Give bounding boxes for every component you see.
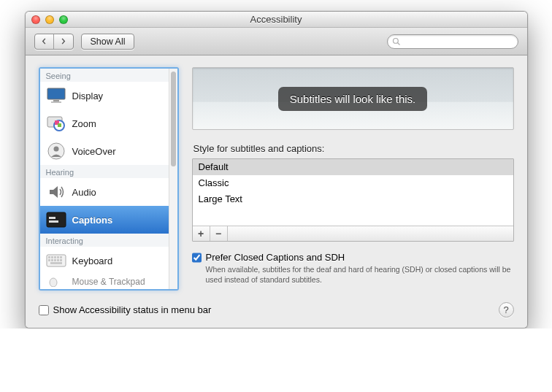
svg-rect-8 — [58, 123, 61, 127]
sidebar-item-label: Keyboard — [72, 255, 113, 266]
svg-rect-12 — [49, 220, 58, 223]
svg-rect-3 — [53, 100, 59, 101]
scrollbar-thumb[interactable] — [171, 72, 176, 166]
prefer-cc-description: When available, subtitles for the deaf a… — [206, 264, 514, 285]
sidebar-item-mouse-trackpad[interactable]: Mouse & Trackpad — [40, 274, 169, 289]
help-button[interactable]: ? — [499, 302, 514, 318]
svg-rect-25 — [50, 262, 62, 264]
svg-rect-4 — [51, 101, 61, 103]
svg-point-10 — [53, 147, 58, 152]
prefer-cc-row: Prefer Closed Captions and SDH When avai… — [192, 252, 514, 285]
svg-point-26 — [50, 278, 57, 287]
search-icon — [392, 37, 401, 46]
sidebar-group-seeing: Seeing — [40, 69, 169, 82]
sidebar-item-label: Display — [72, 91, 104, 101]
display-icon — [46, 85, 66, 106]
style-box: Default Classic Large Text + − — [192, 158, 514, 242]
accessibility-window: Accessibility Show All Seeing — [25, 11, 528, 328]
sidebar-group-interacting: Interacting — [40, 234, 169, 247]
audio-icon — [46, 182, 66, 202]
remove-style-button[interactable]: − — [210, 226, 228, 241]
sidebar-item-zoom[interactable]: Zoom — [40, 109, 169, 137]
nav-segment — [34, 34, 74, 50]
sidebar-item-keyboard[interactable]: Keyboard — [40, 247, 169, 274]
style-section-label: Style for subtitles and captions: — [193, 143, 513, 154]
captions-icon — [46, 210, 66, 230]
svg-rect-23 — [57, 259, 59, 261]
svg-rect-18 — [57, 256, 59, 258]
svg-rect-20 — [48, 259, 50, 261]
titlebar: Accessibility — [26, 12, 527, 28]
status-menubar-checkbox[interactable] — [39, 305, 49, 315]
sidebar-group-hearing: Hearing — [40, 165, 169, 178]
footer: Show Accessibility status in menu bar ? — [26, 298, 527, 328]
window-controls — [31, 15, 68, 24]
main-panel: Subtitles will look like this. Style for… — [192, 67, 514, 291]
sidebar-item-label: Audio — [72, 187, 96, 198]
keyboard-icon — [46, 250, 66, 271]
status-menubar-label: Show Accessibility status in menu bar — [53, 304, 212, 315]
chevron-left-icon — [41, 38, 47, 45]
sidebar-item-captions[interactable]: Captions — [40, 206, 169, 234]
svg-rect-22 — [54, 259, 56, 261]
sidebar-item-label: Zoom — [72, 118, 96, 129]
svg-rect-15 — [48, 256, 50, 258]
search-input[interactable] — [404, 36, 513, 47]
style-option-classic[interactable]: Classic — [193, 175, 513, 191]
subtitle-preview: Subtitles will look like this. — [192, 67, 514, 130]
sidebar-item-label: Mouse & Trackpad — [72, 277, 145, 287]
zoom-window-icon[interactable] — [59, 15, 68, 24]
svg-point-0 — [393, 38, 398, 43]
style-option-large-text[interactable]: Large Text — [193, 191, 513, 207]
subtitle-preview-text: Subtitles will look like this. — [278, 87, 428, 111]
mouse-icon — [46, 276, 66, 288]
prefer-cc-checkbox[interactable] — [192, 253, 202, 263]
sidebar-item-label: VoiceOver — [72, 146, 116, 157]
close-icon[interactable] — [31, 15, 40, 24]
style-buttons: + − — [193, 226, 513, 241]
prefer-cc-label: Prefer Closed Captions and SDH — [206, 252, 514, 263]
toolbar: Show All — [26, 28, 527, 55]
search-field[interactable] — [387, 34, 518, 49]
back-button[interactable] — [35, 34, 54, 49]
style-list[interactable]: Default Classic Large Text — [193, 159, 513, 226]
svg-rect-19 — [60, 256, 62, 258]
sidebar-item-audio[interactable]: Audio — [40, 178, 169, 206]
svg-rect-16 — [51, 256, 53, 258]
svg-rect-21 — [51, 259, 53, 261]
svg-rect-13 — [49, 217, 55, 219]
style-option-default[interactable]: Default — [193, 159, 513, 175]
window-title: Accessibility — [26, 14, 527, 25]
svg-rect-17 — [54, 256, 56, 258]
sidebar-item-voiceover[interactable]: VoiceOver — [40, 137, 169, 165]
forward-button[interactable] — [54, 34, 73, 49]
svg-rect-24 — [60, 259, 62, 261]
svg-line-1 — [397, 42, 399, 45]
sidebar-scrollbar[interactable] — [169, 69, 177, 289]
add-style-button[interactable]: + — [193, 226, 210, 241]
sidebar-item-display[interactable]: Display — [40, 82, 169, 109]
minimize-icon[interactable] — [45, 15, 54, 24]
sidebar-item-label: Captions — [72, 215, 113, 226]
chevron-right-icon — [60, 38, 66, 45]
zoom-icon — [46, 113, 66, 134]
sidebar: Seeing Display Zoom — [39, 67, 179, 291]
voiceover-icon — [46, 141, 66, 161]
show-all-button[interactable]: Show All — [81, 34, 135, 50]
svg-rect-11 — [47, 212, 66, 227]
svg-rect-2 — [47, 88, 65, 99]
